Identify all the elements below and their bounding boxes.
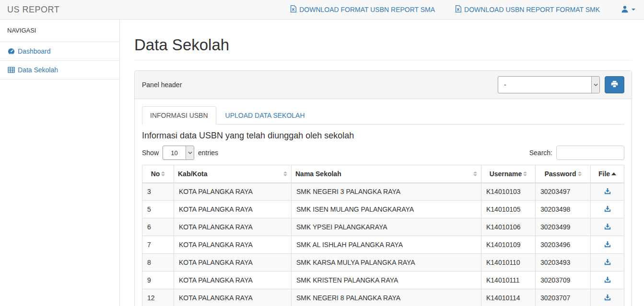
chevron-down-icon [591, 77, 599, 93]
table-header-row: No Kab/Kota Nama Sekolah Username [142, 165, 624, 183]
tab-informasi-usbn[interactable]: INFORMASI USBN [142, 106, 216, 125]
cell-username: K14010103 [481, 183, 536, 201]
app-root: US REPORT DOWNLOAD FORMAT USBN REPORT SM… [0, 0, 644, 306]
cell-nama-sekolah: SMK YPSEI PALANGKARAYA [292, 218, 481, 236]
cell-username: K14010111 [481, 272, 536, 289]
download-icon [604, 259, 611, 267]
cell-username: K14010105 [481, 201, 536, 218]
user-menu-button[interactable] [621, 5, 635, 14]
download-icon [604, 223, 611, 231]
download-icon [604, 241, 611, 249]
cell-username: K14010109 [481, 236, 536, 254]
cell-file [591, 272, 624, 289]
download-format-smk-link[interactable]: DOWNLOAD USBN REPORT FORMAT SMK [455, 5, 600, 14]
column-header-kab-kota[interactable]: Kab/Kota [174, 165, 292, 183]
navbar-links: DOWNLOAD FORMAT USBN REPORT SMA DOWNLOAD… [290, 5, 635, 14]
cell-no: 7 [142, 236, 174, 254]
cell-file [591, 254, 624, 272]
cell-nama-sekolah: SMK KARSA MULYA PALANGKA RAYA [292, 254, 481, 272]
download-link[interactable] [604, 223, 611, 231]
cell-file [591, 236, 624, 254]
download-format-sma-link[interactable]: DOWNLOAD FORMAT USBN REPORT SMA [290, 5, 435, 14]
column-label: No [151, 170, 160, 178]
main-content: Data Sekolah Panel header - [120, 20, 644, 306]
caret-down-icon [632, 9, 635, 11]
sidebar-item-label: Dashboard [18, 47, 51, 55]
sidebar-item-dashboard[interactable]: Dashboard [0, 42, 119, 61]
download-icon [604, 205, 611, 214]
cell-password: 30203496 [536, 236, 591, 254]
sidebar-item-label: Data Sekolah [18, 66, 58, 74]
column-header-no[interactable]: No [142, 165, 174, 183]
table-row: 3 KOTA PALANGKA RAYA SMK NEGERI 3 PALANG… [142, 183, 624, 201]
nav-link-label: DOWNLOAD USBN REPORT FORMAT SMK [464, 6, 600, 13]
cell-kab-kota: KOTA PALANGKA RAYA [174, 236, 292, 254]
sidebar: NAVIGASI Dashboard Data Sekolah [0, 20, 120, 306]
cell-password: 30203499 [536, 218, 591, 236]
download-link[interactable] [604, 188, 611, 196]
tab-bar: INFORMASI USBN UPLOAD DATA SEKOLAH [142, 106, 624, 125]
show-label: Show [142, 149, 159, 157]
print-button[interactable] [605, 76, 624, 93]
entries-label: entries [198, 149, 218, 157]
report-filter-select[interactable]: - [498, 76, 600, 93]
cell-file [591, 218, 624, 236]
cell-no: 3 [142, 183, 174, 201]
table-icon [7, 67, 15, 73]
tab-upload-data-sekolah[interactable]: UPLOAD DATA SEKOLAH [217, 106, 313, 125]
sort-asc-icon [611, 172, 616, 175]
cell-file [591, 183, 624, 201]
excel-file-icon [290, 5, 296, 14]
column-label: Username [490, 170, 522, 178]
download-link[interactable] [604, 294, 611, 302]
report-filter-select-value: - [498, 77, 591, 93]
table-row: 6 KOTA PALANGKA RAYA SMK YPSEI PALANGKAR… [142, 218, 624, 236]
top-navbar: US REPORT DOWNLOAD FORMAT USBN REPORT SM… [0, 0, 644, 20]
cell-kab-kota: KOTA PALANGKA RAYA [174, 272, 292, 289]
cell-no: 12 [142, 289, 174, 306]
cell-no: 5 [142, 201, 174, 218]
table-row: 12 KOTA PALANGKA RAYA SMK NEGERI 8 PALAN… [142, 289, 624, 306]
download-link[interactable] [604, 205, 611, 214]
nav-link-label: DOWNLOAD FORMAT USBN REPORT SMA [299, 6, 435, 13]
page-length-select[interactable]: 10 [163, 146, 194, 160]
download-icon [604, 276, 611, 284]
column-label: Nama Sekolah [295, 170, 341, 178]
cell-nama-sekolah: SMK AL ISHLAH PALANGKA RAYA [292, 236, 481, 254]
column-header-nama-sekolah[interactable]: Nama Sekolah [292, 165, 481, 183]
column-label: Password [544, 170, 576, 178]
column-header-username[interactable]: Username [481, 165, 536, 183]
table-controls: Show 10 entries Search: [142, 146, 624, 160]
download-link[interactable] [604, 241, 611, 249]
sidebar-item-data-sekolah[interactable]: Data Sekolah [0, 61, 119, 79]
chevron-down-icon [186, 146, 194, 159]
cell-username: K14010114 [481, 289, 536, 306]
excel-file-icon [455, 5, 461, 14]
cell-kab-kota: KOTA PALANGKA RAYA [174, 201, 292, 218]
cell-nama-sekolah: SMK KRISTEN PALANGKA RAYA [292, 272, 481, 289]
download-link[interactable] [604, 259, 611, 267]
column-header-password[interactable]: Password [536, 165, 591, 183]
cell-nama-sekolah: SMK NEGERI 3 PALANGKA RAYA [292, 183, 481, 201]
data-sekolah-panel: Panel header - [134, 70, 632, 306]
cell-password: 30203498 [536, 201, 591, 218]
download-link[interactable] [604, 276, 611, 284]
panel-controls: - [498, 76, 624, 93]
panel-header: Panel header - [135, 71, 632, 99]
panel-header-title: Panel header [142, 81, 182, 89]
table-body: 3 KOTA PALANGKA RAYA SMK NEGERI 3 PALANG… [142, 183, 624, 306]
download-icon [604, 188, 611, 196]
cell-kab-kota: KOTA PALANGKA RAYA [174, 183, 292, 201]
search-input[interactable] [556, 146, 624, 160]
download-icon [604, 294, 611, 302]
panel-body: INFORMASI USBN UPLOAD DATA SEKOLAH Infor… [135, 99, 632, 306]
cell-username: K14010106 [481, 218, 536, 236]
sort-icon [473, 171, 477, 176]
column-header-file[interactable]: File [591, 165, 624, 183]
cell-password: 30203493 [536, 254, 591, 272]
cell-username: K14010110 [481, 254, 536, 272]
user-icon [621, 5, 629, 14]
cell-password: 30203709 [536, 272, 591, 289]
data-table: No Kab/Kota Nama Sekolah Username [142, 165, 624, 306]
page-length-control: Show 10 entries [142, 146, 218, 160]
